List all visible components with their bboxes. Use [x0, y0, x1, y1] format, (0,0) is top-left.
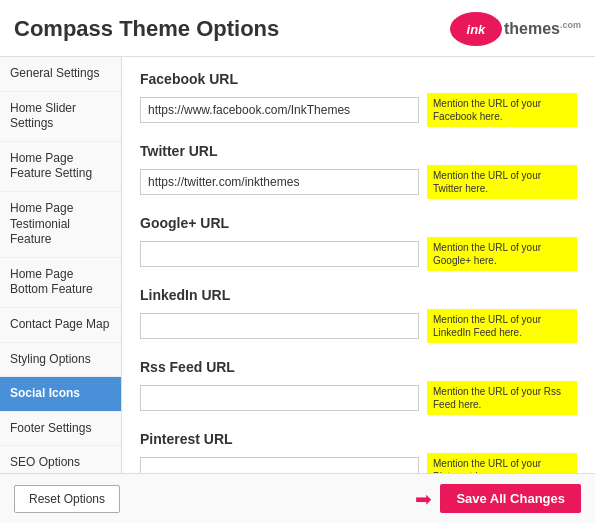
field-row-twitter-url: Mention the URL of your Twitter here.	[140, 165, 577, 199]
field-hint-facebook-url: Mention the URL of your Facebook here.	[427, 93, 577, 127]
field-row-rssfeed-url: Mention the URL of your Rss Feed here.	[140, 381, 577, 415]
sidebar-item-general-settings[interactable]: General Settings	[0, 57, 121, 92]
field-row-linkedin-url: Mention the URL of your LinkedIn Feed he…	[140, 309, 577, 343]
field-label-googleplus-url: Google+ URL	[140, 215, 577, 231]
sidebar-item-social-icons[interactable]: Social Icons	[0, 377, 121, 412]
field-input-rssfeed-url[interactable]	[140, 385, 419, 411]
logo-com-text: .com	[560, 20, 581, 30]
footer-bar: Reset Options ➡ Save All Changes	[0, 473, 595, 523]
logo-ink-text: ink	[467, 22, 486, 37]
body-area: General SettingsHome Slider SettingsHome…	[0, 57, 595, 473]
reset-button[interactable]: Reset Options	[14, 485, 120, 513]
field-input-twitter-url[interactable]	[140, 169, 419, 195]
sidebar-item-footer-settings[interactable]: Footer Settings	[0, 412, 121, 447]
field-label-linkedin-url: LinkedIn URL	[140, 287, 577, 303]
field-hint-rssfeed-url: Mention the URL of your Rss Feed here.	[427, 381, 577, 415]
field-row-googleplus-url: Mention the URL of your Google+ here.	[140, 237, 577, 271]
main-content: Facebook URLMention the URL of your Face…	[122, 57, 595, 473]
field-block-facebook-url: Facebook URLMention the URL of your Face…	[140, 71, 577, 127]
field-row-facebook-url: Mention the URL of your Facebook here.	[140, 93, 577, 127]
field-hint-googleplus-url: Mention the URL of your Google+ here.	[427, 237, 577, 271]
field-label-twitter-url: Twitter URL	[140, 143, 577, 159]
field-block-pinterest-url: Pinterest URLMention the URL of your Pin…	[140, 431, 577, 473]
field-input-googleplus-url[interactable]	[140, 241, 419, 267]
page-wrapper: Compass Theme Options ink themes.com Gen…	[0, 0, 595, 523]
field-block-twitter-url: Twitter URLMention the URL of your Twitt…	[140, 143, 577, 199]
logo: ink themes.com	[450, 12, 581, 46]
arrow-icon: ➡	[415, 487, 432, 511]
field-label-facebook-url: Facebook URL	[140, 71, 577, 87]
sidebar: General SettingsHome Slider SettingsHome…	[0, 57, 122, 473]
logo-icon: ink	[450, 12, 502, 46]
sidebar-item-home-page-bottom-feature[interactable]: Home Page Bottom Feature	[0, 258, 121, 308]
sidebar-item-contact-page-map[interactable]: Contact Page Map	[0, 308, 121, 343]
field-input-linkedin-url[interactable]	[140, 313, 419, 339]
save-button[interactable]: Save All Changes	[440, 484, 581, 513]
sidebar-item-home-slider-settings[interactable]: Home Slider Settings	[0, 92, 121, 142]
logo-themes-text: themes.com	[504, 20, 581, 38]
field-block-linkedin-url: LinkedIn URLMention the URL of your Link…	[140, 287, 577, 343]
field-input-facebook-url[interactable]	[140, 97, 419, 123]
save-area: ➡ Save All Changes	[415, 484, 581, 513]
field-label-pinterest-url: Pinterest URL	[140, 431, 577, 447]
page-title: Compass Theme Options	[14, 16, 279, 42]
field-hint-linkedin-url: Mention the URL of your LinkedIn Feed he…	[427, 309, 577, 343]
sidebar-item-home-page-testimonial-feature[interactable]: Home Page Testimonial Feature	[0, 192, 121, 258]
field-hint-pinterest-url: Mention the URL of your Pinterest here.	[427, 453, 577, 473]
field-input-pinterest-url[interactable]	[140, 457, 419, 473]
field-label-rssfeed-url: Rss Feed URL	[140, 359, 577, 375]
sidebar-item-home-page-feature-setting[interactable]: Home Page Feature Setting	[0, 142, 121, 192]
sidebar-item-styling-options[interactable]: Styling Options	[0, 343, 121, 378]
header: Compass Theme Options ink themes.com	[0, 0, 595, 57]
field-block-rssfeed-url: Rss Feed URLMention the URL of your Rss …	[140, 359, 577, 415]
field-hint-twitter-url: Mention the URL of your Twitter here.	[427, 165, 577, 199]
field-block-googleplus-url: Google+ URLMention the URL of your Googl…	[140, 215, 577, 271]
sidebar-item-seo-options[interactable]: SEO Options	[0, 446, 121, 473]
field-row-pinterest-url: Mention the URL of your Pinterest here.	[140, 453, 577, 473]
